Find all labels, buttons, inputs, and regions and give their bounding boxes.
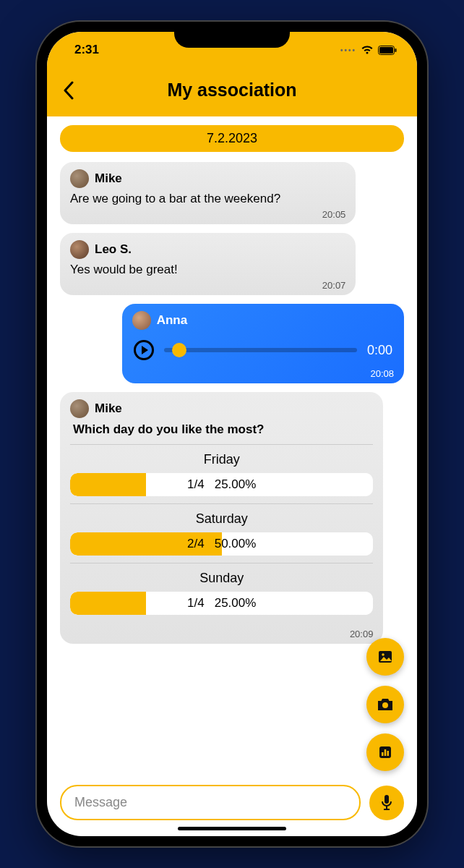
poll-option-label: Saturday [70,511,373,527]
page-title: My association [61,80,403,101]
poll-bar: 2/4 50.00% [70,532,373,556]
audio-message-bubble: Anna 0:00 20:08 [122,304,404,383]
action-buttons [366,638,404,771]
sender-name: Mike [95,171,122,186]
poll-fill [70,473,146,496]
header: My association [47,68,417,116]
camera-button[interactable] [366,686,404,723]
chevron-left-icon [63,81,74,100]
audio-slider[interactable] [164,348,357,352]
poll-count: 1/4 [187,596,205,610]
svg-rect-8 [384,749,387,756]
poll-bar: 1/4 25.00% [70,473,373,496]
poll-percent: 25.00% [215,477,257,492]
poll-option[interactable]: Saturday 2/4 50.00% [70,503,373,563]
message-text: Yes would be great! [70,262,345,278]
avatar [70,399,89,418]
image-icon [377,649,393,665]
poll-option-label: Sunday [70,571,373,586]
image-button[interactable] [366,638,404,676]
poll-option[interactable]: Sunday 1/4 25.00% [70,563,373,622]
poll-percent: 25.00% [215,596,257,610]
audio-duration: 0:00 [367,343,392,358]
audio-thumb[interactable] [172,343,186,357]
poll-bubble: Mike Which day do you like the most? Fri… [60,392,383,644]
poll-count: 1/4 [187,477,205,492]
battery-icon [378,46,397,55]
svg-rect-2 [395,48,397,52]
svg-point-5 [382,702,388,708]
message-bubble: Mike Are we going to a bar at the weeken… [60,162,356,224]
poll-option[interactable]: Friday 1/4 25.00% [70,444,373,503]
poll-bar: 1/4 25.00% [70,592,373,615]
notch [174,22,290,48]
chat-scroll[interactable]: 7.2.2023 Mike Are we going to a bar at t… [47,116,417,775]
status-time: 2:31 [74,43,99,57]
poll-fill [70,592,146,615]
mic-button[interactable] [369,786,404,820]
message-text: Are we going to a bar at the weekend? [70,191,345,207]
poll-percent: 50.00% [215,537,257,551]
dots-icon: •••• [340,46,356,54]
svg-rect-1 [379,47,393,54]
date-separator: 7.2.2023 [60,125,404,152]
mic-icon [380,794,393,812]
sender-name: Leo S. [95,242,132,257]
sender-name: Mike [95,401,122,416]
status-right: •••• [340,45,397,55]
phone-screen: 2:31 •••• My association 7.2.2023 Mike A… [47,32,417,836]
back-button[interactable] [63,81,74,100]
svg-rect-9 [387,751,390,756]
message-time: 20:07 [322,280,346,291]
poll-count: 2/4 [187,537,205,551]
svg-rect-7 [382,752,384,756]
message-bubble: Leo S. Yes would be great! 20:07 [60,233,356,295]
svg-rect-10 [384,795,389,804]
message-input[interactable]: Message [60,785,361,820]
poll-option-label: Friday [70,452,373,467]
phone-frame: 2:31 •••• My association 7.2.2023 Mike A… [37,22,427,846]
chart-icon [378,745,392,760]
camera-icon [377,697,394,712]
avatar [132,311,151,330]
avatar [70,169,89,188]
message-time: 20:08 [370,368,394,379]
message-time: 20:05 [322,209,346,220]
svg-point-4 [382,653,384,656]
avatar [70,240,89,259]
play-button[interactable] [134,340,154,360]
poll-question: Which day do you like the most? [73,422,373,437]
poll-button[interactable] [366,733,404,771]
home-indicator[interactable] [178,827,286,830]
sender-name: Anna [157,313,188,328]
wifi-icon [361,45,374,55]
